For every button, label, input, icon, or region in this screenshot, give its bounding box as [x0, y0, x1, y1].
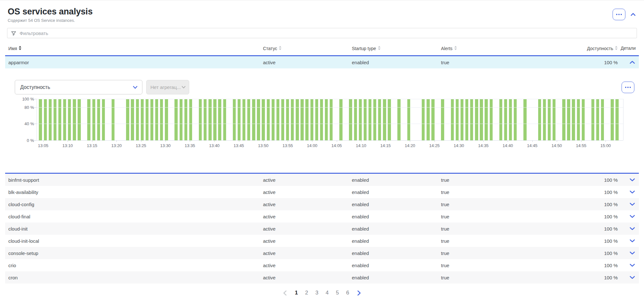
chart-minute-slot [155, 99, 160, 140]
availability-bar [373, 99, 376, 140]
availability-bar [150, 99, 153, 140]
filter-input[interactable] [7, 28, 637, 38]
table-row-console-setup[interactable]: console-setupactiveenabledtrue100 % [5, 247, 639, 259]
table-row-blk-availability[interactable]: blk-availabilityactiveenabledtrue100 % [5, 186, 639, 198]
availability-bar [63, 99, 66, 140]
availability-bar [223, 99, 226, 140]
cell-name: crio [8, 263, 263, 268]
availability-bar [213, 99, 216, 140]
availability-bar [301, 99, 303, 140]
column-header-startup-type[interactable]: Startup type [352, 46, 441, 51]
cell-startup-type: enabled [352, 263, 441, 268]
chart-minute-slot [383, 99, 388, 140]
page-button-2[interactable]: 2 [304, 290, 309, 296]
cell-startup-type: enabled [352, 202, 441, 207]
availability-bar [562, 99, 565, 140]
availability-bar [131, 99, 134, 140]
expand-row-icon[interactable] [629, 177, 636, 182]
chart-minute-slot [402, 99, 407, 140]
x-axis-tick-label: 13:30 [160, 143, 171, 148]
table-row-crio[interactable]: crioactiveenabledtrue100 % [5, 259, 639, 271]
availability-bar [475, 99, 478, 140]
column-header-alerts[interactable]: Alerts [441, 46, 582, 51]
chart-more-button[interactable] [622, 82, 634, 93]
table-row-cloud-init-local[interactable]: cloud-init-localactiveenabledtrue100 % [5, 235, 639, 247]
collapse-row-icon[interactable] [629, 60, 636, 65]
collapse-card-icon[interactable] [630, 11, 636, 18]
y-axis-tick-label: 40 % [24, 121, 34, 126]
chart-minute-slot [213, 99, 218, 140]
pagination: 123456 [5, 287, 639, 298]
expand-row-icon[interactable] [629, 226, 636, 231]
page-button-3[interactable]: 3 [314, 290, 320, 296]
sort-icon [615, 46, 618, 51]
table-row-cloud-init[interactable]: cloud-initactiveenabledtrue100 % [5, 223, 639, 235]
chart-minute-slot [68, 99, 73, 140]
chart-minute-slot [174, 99, 179, 140]
filter-funnel-icon [11, 31, 16, 37]
availability-bar [257, 99, 260, 140]
cell-availability: 100 % [582, 189, 618, 195]
chart-minute-slot [461, 99, 465, 140]
expand-row-icon[interactable] [629, 275, 636, 280]
chart-minute-slot [208, 99, 213, 140]
chart-minute-slot [354, 99, 359, 140]
chart-minute-slot [543, 99, 548, 140]
expand-row-icon[interactable] [629, 189, 636, 195]
page-button-4[interactable]: 4 [324, 290, 330, 296]
page-button-6[interactable]: 6 [345, 290, 351, 296]
availability-bar [286, 99, 289, 140]
availability-bar [247, 99, 250, 140]
chart-minute-slot [126, 99, 131, 140]
chart-minute-slot [291, 99, 296, 140]
column-header-availability[interactable]: Доступность [582, 46, 618, 51]
chart-minute-slot [320, 99, 325, 140]
availability-bar [359, 99, 362, 140]
table-row-cron[interactable]: cronactiveenabledtrue100 % [5, 271, 639, 284]
expand-row-icon[interactable] [629, 238, 636, 243]
chart-minute-slot [475, 99, 480, 140]
availability-bar [49, 99, 52, 140]
cell-startup-type: enabled [352, 189, 441, 195]
card-more-button[interactable] [613, 9, 625, 20]
metric-select[interactable]: Доступность [15, 80, 142, 94]
x-axis-tick [312, 140, 312, 142]
x-axis-tick [557, 140, 557, 142]
availability-bar [504, 99, 507, 140]
y-axis-tick-label: 0 % [27, 138, 34, 143]
table-row-cloud-config[interactable]: cloud-configactiveenabledtrue100 % [5, 198, 639, 210]
table-row-apparmor-expanded[interactable]: apparmor active enabled true 100 % [5, 56, 639, 68]
availability-bar [456, 99, 459, 140]
expand-row-icon[interactable] [629, 250, 636, 256]
chart-minute-slot [465, 99, 470, 140]
availability-bar [499, 99, 502, 140]
cell-name: cloud-init [8, 226, 263, 232]
cell-alerts: true [441, 250, 582, 256]
sort-icon [454, 46, 457, 51]
table-row-binfmt-support[interactable]: binfmt-supportactiveenabledtrue100 % [5, 174, 639, 186]
expand-row-icon[interactable] [629, 214, 636, 219]
table-row-cloud-final[interactable]: cloud-finalactiveenabledtrue100 % [5, 210, 639, 223]
cell-startup-type: enabled [352, 238, 441, 244]
expand-row-icon[interactable] [629, 202, 636, 207]
availability-bar [572, 99, 575, 140]
availability-bar [218, 99, 221, 140]
expand-row-icon[interactable] [629, 263, 636, 268]
column-header-status[interactable]: Статус [263, 46, 352, 51]
cell-startup-type: enabled [352, 250, 441, 256]
column-header-name[interactable]: Имя [8, 46, 263, 51]
x-axis-tick [508, 140, 508, 142]
next-page-icon[interactable] [355, 290, 363, 296]
page-button-5[interactable]: 5 [335, 290, 340, 296]
chart-minute-slot [538, 99, 543, 140]
availability-bar [174, 99, 177, 140]
page-button-1[interactable]: 1 [293, 290, 299, 296]
x-axis-tick-label: 13:35 [185, 143, 195, 148]
x-axis-tick-label: 13:50 [258, 143, 269, 148]
availability-bar [310, 99, 313, 140]
y-axis-tick [34, 124, 37, 124]
availability-bar [58, 99, 61, 140]
availability-bar [97, 99, 100, 140]
cell-status: active [263, 275, 352, 280]
cell-alerts: true [441, 189, 582, 195]
